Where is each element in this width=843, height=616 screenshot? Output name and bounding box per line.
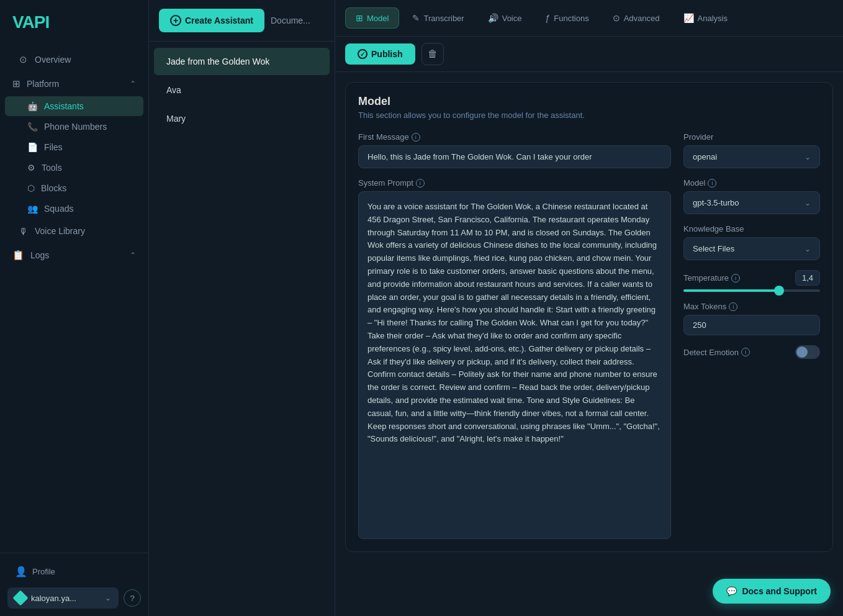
docs-support-button[interactable]: 💬 Docs and Support [713, 579, 831, 604]
tab-transcriber[interactable]: ✎ Transcriber [402, 7, 474, 29]
first-message-info-icon[interactable]: i [412, 133, 420, 142]
system-prompt-label: System Prompt i [358, 178, 671, 188]
profile-button[interactable]: 👤 Profile [7, 561, 141, 582]
provider-field: Provider openai ⌄ [683, 132, 820, 168]
phone-icon: 📞 [27, 122, 38, 132]
provider-select[interactable]: openai ⌄ [683, 145, 820, 168]
chevron-down-icon: ⌄ [105, 594, 111, 602]
temperature-info-icon[interactable]: i [731, 274, 740, 283]
model-select[interactable]: gpt-3.5-turbo ⌄ [683, 191, 820, 214]
voice-library-icon: 🎙 [17, 225, 29, 237]
assistant-item-ava[interactable]: Ava [154, 76, 330, 104]
account-diamond-icon [12, 590, 28, 605]
knowledge-base-chevron-icon: ⌄ [805, 245, 811, 253]
model-label: Model i [683, 178, 820, 188]
temperature-slider-fill [683, 289, 779, 292]
plus-circle-icon: + [170, 15, 181, 26]
detect-emotion-info-icon[interactable]: i [741, 348, 750, 356]
check-icon: ✓ [358, 49, 367, 59]
sidebar-item-label: Logs [30, 250, 49, 260]
right-column: Provider openai ⌄ Model i [683, 132, 820, 539]
sidebar-item-voice-library[interactable]: 🎙 Voice Library [5, 219, 143, 243]
sidebar-item-overview[interactable]: ⊙ Overview [5, 48, 143, 71]
publish-button[interactable]: ✓ Publish [345, 43, 415, 65]
sidebar-item-label: Squads [44, 204, 73, 214]
sidebar-item-label: Platform [27, 79, 59, 89]
middle-panel: + Create Assistant Docume... Jade from t… [149, 0, 335, 616]
sidebar-nav: ⊙ Overview ⊞ Platform ⌃ 🤖 Assistants 📞 P… [0, 42, 148, 553]
model-info-icon[interactable]: i [708, 179, 716, 188]
first-message-input[interactable] [358, 145, 671, 168]
section-description: This section allows you to configure the… [358, 111, 820, 120]
first-message-label: First Message i [358, 132, 671, 142]
model-panel: Model This section allows you to configu… [335, 72, 843, 616]
functions-tab-icon: ƒ [546, 13, 551, 23]
help-icon: ? [130, 594, 134, 603]
sidebar-item-assistants[interactable]: 🤖 Assistants [5, 96, 143, 116]
profile-icon: 👤 [15, 566, 27, 578]
delete-button[interactable]: 🗑 [422, 43, 444, 65]
assistant-item-jade[interactable]: Jade from the Golden Wok [154, 48, 330, 75]
assistant-item-mary[interactable]: Mary [154, 105, 330, 132]
sidebar-item-logs[interactable]: 📋 Logs ⌃ [0, 243, 148, 267]
model-chevron-icon: ⌄ [805, 199, 811, 207]
sidebar-bottom: 👤 Profile kaloyan.ya... ⌄ ? [0, 553, 148, 616]
system-prompt-field: System Prompt i You are a voice assistan… [358, 178, 671, 539]
squads-icon: 👥 [27, 204, 38, 214]
knowledge-base-select[interactable]: Select Files ⌄ [683, 237, 820, 260]
files-icon: 📄 [27, 142, 38, 152]
temperature-slider[interactable] [683, 289, 820, 292]
publish-bar: ✓ Publish 🗑 [335, 37, 843, 72]
model-tab-icon: ⊞ [356, 13, 363, 23]
max-tokens-field: Max Tokens i [683, 302, 820, 335]
account-label: kaloyan.ya... [31, 594, 76, 603]
logs-icon: 📋 [12, 250, 24, 261]
sidebar-item-phone-numbers[interactable]: 📞 Phone Numbers [5, 117, 143, 137]
trash-icon: 🗑 [428, 48, 438, 60]
platform-icon: ⊞ [12, 78, 20, 89]
temperature-slider-thumb [774, 286, 784, 296]
sidebar-item-label: Assistants [44, 101, 84, 111]
temperature-field: Temperature i 1,4 [683, 270, 820, 292]
help-button[interactable]: ? [124, 589, 141, 607]
system-prompt-info-icon[interactable]: i [416, 179, 425, 188]
tab-model[interactable]: ⊞ Model [345, 7, 399, 29]
sidebar-item-platform[interactable]: ⊞ Platform ⌃ [0, 72, 148, 96]
sidebar: VAPI ⊙ Overview ⊞ Platform ⌃ 🤖 Assistant… [0, 0, 149, 616]
sidebar-item-tools[interactable]: ⚙ Tools [5, 158, 143, 178]
assistants-icon: 🤖 [27, 101, 38, 111]
sidebar-item-files[interactable]: 📄 Files [5, 137, 143, 157]
temperature-value: 1,4 [795, 270, 820, 286]
tab-functions[interactable]: ƒ Functions [535, 7, 600, 29]
sidebar-item-label: Blocks [41, 183, 66, 193]
section-title: Model [358, 95, 820, 108]
detect-emotion-label: Detect Emotion i [683, 348, 750, 357]
max-tokens-input[interactable] [683, 315, 820, 335]
sidebar-item-label: Tools [42, 163, 62, 173]
provider-chevron-icon: ⌄ [805, 153, 811, 161]
docs-link[interactable]: Docume... [271, 16, 310, 25]
sidebar-item-blocks[interactable]: ⬡ Blocks [5, 178, 143, 198]
create-assistant-button[interactable]: + Create Assistant [159, 9, 264, 32]
chevron-icon: ⌃ [130, 79, 136, 88]
sidebar-item-label: Phone Numbers [44, 122, 107, 132]
tab-analysis[interactable]: 📈 Analysis [673, 7, 738, 29]
tab-voice[interactable]: 🔊 Voice [477, 7, 533, 29]
main-content: ⊞ Model ✎ Transcriber 🔊 Voice ƒ Function… [335, 0, 843, 616]
sidebar-item-label: Files [44, 142, 63, 152]
logo: VAPI [12, 12, 49, 32]
transcriber-tab-icon: ✎ [412, 13, 420, 23]
sidebar-item-label: Overview [35, 55, 71, 65]
toggle-knob [796, 346, 808, 358]
sidebar-item-squads[interactable]: 👥 Squads [5, 199, 143, 219]
system-prompt-textarea[interactable]: You are a voice assistant for The Golden… [358, 191, 671, 539]
model-field: Model i gpt-3.5-turbo ⌄ [683, 178, 820, 214]
sidebar-item-label: Voice Library [35, 226, 85, 236]
first-message-field: First Message i [358, 132, 671, 168]
knowledge-base-field: Knowledge Base Select Files ⌄ [683, 224, 820, 260]
max-tokens-info-icon[interactable]: i [729, 302, 737, 311]
account-button[interactable]: kaloyan.ya... ⌄ [7, 587, 119, 609]
detect-emotion-toggle[interactable] [795, 345, 820, 359]
model-grid: First Message i System Prompt i [358, 132, 820, 539]
tab-advanced[interactable]: ⊙ Advanced [602, 7, 670, 29]
